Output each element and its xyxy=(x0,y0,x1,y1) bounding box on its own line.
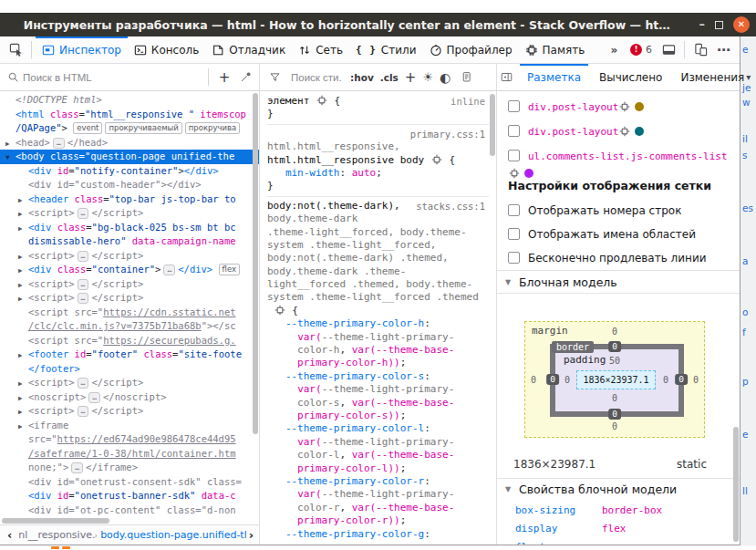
print-media-icon[interactable] xyxy=(461,71,472,83)
border-left-value[interactable]: 0 xyxy=(546,374,559,385)
collapsed-arrow-icon[interactable]: ▶ xyxy=(18,264,28,277)
close-button[interactable]: ✕ xyxy=(733,16,750,33)
box-model-section-header[interactable]: ▼ Блочная модель xyxy=(497,270,740,294)
sidebar-toggle-icon[interactable] xyxy=(501,71,513,83)
collapsed-arrow-icon[interactable]: ▶ xyxy=(18,250,28,264)
expand-pill-button[interactable]: … xyxy=(78,406,89,417)
scrollbar-thumb[interactable] xyxy=(490,94,495,156)
grid-color-swatch[interactable] xyxy=(635,127,644,136)
tab-network[interactable]: Сеть xyxy=(292,36,349,64)
scrollbar-thumb[interactable] xyxy=(2,518,109,524)
tree-row[interactable]: ▶<div class="container">…</div> flex xyxy=(0,263,259,277)
vertical-scrollbar[interactable] xyxy=(252,91,259,518)
tree-row[interactable]: ▶<iframe xyxy=(0,419,259,433)
breadcrumb-item[interactable]: nl__responsive. xyxy=(16,529,94,541)
padding-top-value[interactable]: 50 xyxy=(609,356,620,366)
padding-left-value[interactable]: 0 xyxy=(564,375,570,385)
tree-row[interactable]: <!DOCTYPE html> xyxy=(0,93,259,108)
meatball-menu-icon[interactable]: ⋯ xyxy=(712,38,736,62)
margin-left-value[interactable]: 0 xyxy=(531,375,536,385)
class-toggle[interactable]: .cls xyxy=(380,72,399,83)
vertical-scrollbar[interactable] xyxy=(732,91,740,545)
expand-pill-button[interactable]: … xyxy=(78,378,89,389)
collapsed-arrow-icon[interactable]: ▶ xyxy=(18,391,28,405)
padding-right-value[interactable]: 0 xyxy=(663,375,668,385)
expand-pill-button[interactable]: … xyxy=(53,138,65,149)
error-badge[interactable]: ! 6 xyxy=(626,44,657,56)
border-bottom-value[interactable]: 0 xyxy=(608,409,621,420)
tree-row[interactable]: ▶<script>…</script> xyxy=(0,291,259,306)
collapsed-arrow-icon[interactable]: ▶ xyxy=(18,193,28,207)
expand-pill-button[interactable]: … xyxy=(88,392,100,403)
tree-row[interactable]: <div id="notify-container"></div> xyxy=(0,164,259,179)
split-console-icon[interactable] xyxy=(657,38,680,62)
tree-row[interactable]: ▶<header class="top-bar js-top-bar to xyxy=(0,192,259,207)
tree-row[interactable]: ▶<script>…</script> xyxy=(0,277,259,292)
collapsed-arrow-icon[interactable]: ▶ xyxy=(18,292,28,306)
expand-pill-button[interactable]: … xyxy=(163,265,175,275)
margin-top-value[interactable]: 0 xyxy=(612,327,617,337)
tree-row[interactable]: /safeframe/1-0-38/html/container.htm xyxy=(0,447,259,462)
grid-setting-checkbox[interactable] xyxy=(508,204,520,216)
tab-menu-caret-icon[interactable]: ▾ xyxy=(746,72,751,82)
stylesheet-link[interactable]: primary.css:1 xyxy=(410,128,485,140)
tree-row[interactable]: ▼<body class="question-page unified-the xyxy=(0,150,259,164)
pick-element-button[interactable] xyxy=(4,38,27,62)
box-model-properties-header[interactable]: ▼ Свойства блочной модели xyxy=(497,478,740,500)
grid-overlay-checkbox[interactable] xyxy=(508,100,520,112)
add-node-button[interactable]: + xyxy=(212,66,236,89)
tab-debugger[interactable]: Отладчик xyxy=(205,36,292,64)
box-model-content[interactable]: 1836×23937.1 xyxy=(576,370,656,389)
breadcrumb-scroll-left-icon[interactable]: ‹ xyxy=(4,528,16,542)
collapsed-arrow-icon[interactable]: ▶ xyxy=(18,377,28,390)
tree-row[interactable]: <html class="html__responsive " itemscop xyxy=(0,108,259,122)
grid-color-swatch[interactable] xyxy=(524,169,533,178)
collapsed-arrow-icon[interactable]: ▶ xyxy=(18,420,28,433)
rules-filter-input[interactable] xyxy=(291,72,344,83)
border-top-value[interactable]: 0 xyxy=(608,341,621,352)
tree-row[interactable]: ▶<script>…</script> xyxy=(0,376,259,390)
breadcrumb-scroll-right-icon[interactable]: › xyxy=(245,528,257,542)
expand-pill-button[interactable]: … xyxy=(78,251,89,262)
tree-row[interactable]: src="https://ed674ad90e986478ce44d95 xyxy=(0,432,259,447)
markup-search-input[interactable] xyxy=(23,72,204,83)
tab-inspector[interactable]: Инспектор xyxy=(36,36,128,64)
grid-setting-checkbox[interactable] xyxy=(508,228,520,240)
tab-memory[interactable]: Память xyxy=(519,36,592,64)
tree-row[interactable]: /clc/clc.min.js?v=7375b71ba68b"></sc xyxy=(0,319,259,334)
tree-row[interactable]: ▶<script>…</script> xyxy=(0,404,259,419)
tree-row[interactable]: none;">…</iframe> xyxy=(0,461,259,475)
node-badge[interactable]: event xyxy=(73,122,102,134)
tree-row[interactable]: ▶<script>…</script> xyxy=(0,249,259,264)
collapsed-arrow-icon[interactable]: ▶ xyxy=(18,405,28,419)
dark-scheme-icon[interactable]: ◐ xyxy=(440,70,450,85)
eyedropper-icon[interactable] xyxy=(240,71,252,83)
sidebar-tab-разметка[interactable]: Разметка xyxy=(518,64,590,91)
margin-bottom-value[interactable]: 0 xyxy=(612,421,617,431)
expanded-arrow-icon[interactable]: ▼ xyxy=(5,150,16,164)
tab-styles[interactable]: { }Стили xyxy=(349,36,423,64)
maximize-button[interactable] xyxy=(715,21,723,29)
light-scheme-icon[interactable]: ☀ xyxy=(422,70,433,84)
padding-bottom-value[interactable]: 0 xyxy=(612,393,617,403)
pseudo-class-toggle[interactable]: :hov xyxy=(350,72,374,83)
node-badge[interactable]: flex xyxy=(219,264,240,275)
add-rule-button[interactable]: + xyxy=(405,71,417,84)
tree-row[interactable]: </footer> xyxy=(0,362,259,377)
collapsed-arrow-icon[interactable]: ▶ xyxy=(5,137,16,150)
border-right-value[interactable]: 0 xyxy=(675,374,688,385)
tree-row[interactable]: ▶<head>…</head> xyxy=(0,136,259,150)
tree-row[interactable]: ▶<div class="bg-black-025 bs-sm bt bc xyxy=(0,221,259,235)
selector-target-icon[interactable] xyxy=(619,99,630,115)
minimize-button[interactable]: – xyxy=(699,20,706,29)
scrollbar-thumb[interactable] xyxy=(733,427,739,542)
expand-pill-button[interactable]: … xyxy=(71,462,83,473)
vertical-scrollbar[interactable] xyxy=(489,91,496,545)
tree-row[interactable]: dismissable-hero" data-campaign-name xyxy=(0,234,259,249)
horizontal-scrollbar[interactable] xyxy=(0,517,259,524)
collapsed-arrow-icon[interactable]: ▶ xyxy=(18,348,28,362)
tab-profiler[interactable]: Профайлер xyxy=(423,36,519,64)
selector-target-icon[interactable] xyxy=(619,124,630,140)
grid-color-swatch[interactable] xyxy=(635,102,644,111)
responsive-mode-icon[interactable] xyxy=(689,38,712,62)
